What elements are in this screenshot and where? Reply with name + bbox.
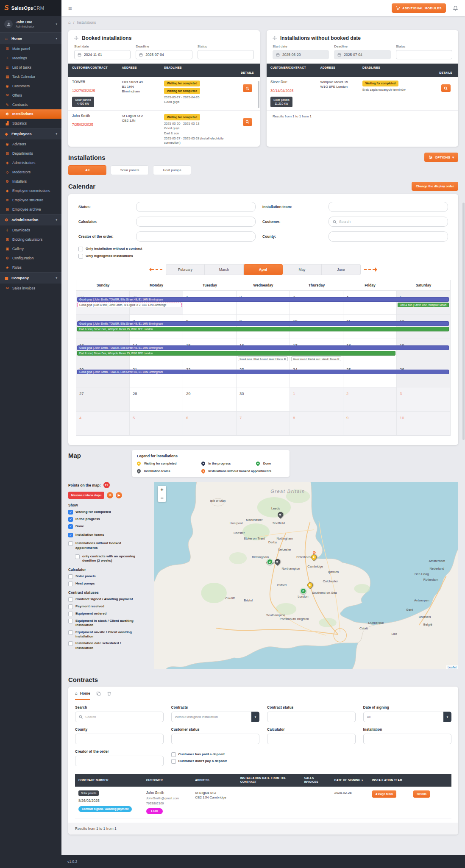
- breadcrumb-home-icon[interactable]: ⌂: [68, 20, 71, 25]
- month-tab-february[interactable]: February: [166, 264, 205, 275]
- calendar-day-cell[interactable]: 24: [290, 363, 343, 387]
- only-installation-without-a-contract-checkbox[interactable]: Only installation without a contract: [78, 247, 451, 251]
- sidebar-section-company[interactable]: ▦Company▾: [0, 272, 61, 284]
- checkbox-box[interactable]: ✓: [68, 517, 73, 522]
- calculator-filter-input[interactable]: [136, 217, 256, 227]
- calendar-day-cell[interactable]: 4: [76, 412, 130, 435]
- date-of-signing-select[interactable]: All ▼: [363, 712, 452, 722]
- calculator-input[interactable]: [140, 220, 251, 224]
- sidebar-item-installers[interactable]: ⚙Installers: [0, 177, 61, 186]
- brand[interactable]: S SalesOpsCRM: [0, 0, 61, 16]
- bulk-stage-change-button[interactable]: Masowa zmiana etapu: [68, 492, 104, 499]
- customer-status-select[interactable]: [171, 734, 260, 744]
- county-input[interactable]: [333, 234, 444, 239]
- deadline-input[interactable]: 2025-07-04: [334, 50, 390, 59]
- done-cluster-pin[interactable]: 2: [300, 588, 306, 594]
- column-header[interactable]: SALES INVOICES: [301, 774, 331, 787]
- calendar-day-cell[interactable]: 1: [290, 387, 343, 411]
- contract-status-filter-checkbox[interactable]: Equipment on-site / Client awaiting inst…: [68, 630, 147, 639]
- sidebar-item-configuration[interactable]: ⚙Configuration: [0, 253, 61, 263]
- checkbox-box[interactable]: [68, 619, 73, 623]
- deadline-input[interactable]: 2025-07-04: [136, 50, 192, 59]
- sidebar-item-advisors[interactable]: ◉Advisors: [0, 139, 61, 149]
- assign-team-button[interactable]: Assign team: [372, 790, 397, 798]
- sidebar-item-employee-commissions[interactable]: ◆Employee commissions: [0, 186, 61, 195]
- checkbox-box[interactable]: [171, 759, 176, 764]
- calendar-day-cell[interactable]: 19: [397, 339, 450, 363]
- calendar-event[interactable]: Dad & son | Steve Doe, Wimpole Mews 15, …: [77, 351, 395, 356]
- column-header[interactable]: ADDRESS: [317, 64, 359, 77]
- sidebar-item-sales-invoices[interactable]: ✉Sales invoices: [0, 284, 61, 293]
- calendar-event[interactable]: Good guys | Dad & son | John Smith, St E…: [77, 303, 182, 307]
- calendar-event-chip[interactable]: Good guys | Dad & son | dasd | Steve D: [291, 356, 341, 361]
- deadline-filter-checkbox[interactable]: only contracts with an upcoming deadline…: [75, 554, 147, 563]
- calendar-day-cell[interactable]: 22: [183, 363, 237, 387]
- sidebar-item-employee-archive[interactable]: ⊟Employee archive: [0, 205, 61, 214]
- sidebar-item-installations[interactable]: ⚙Installations: [0, 109, 61, 119]
- month-tab-april[interactable]: April: [244, 264, 283, 275]
- calendar-day-cell[interactable]: 23: [237, 363, 290, 387]
- status-select[interactable]: [198, 50, 254, 59]
- contracts-search-input[interactable]: [75, 712, 164, 722]
- change-display-order-button[interactable]: Change the display order: [412, 182, 458, 191]
- calendar-day-cell[interactable]: 27: [76, 387, 130, 411]
- user-menu[interactable]: John Doe Administrator ▾: [0, 16, 61, 33]
- checkbox-box[interactable]: ✓: [68, 510, 73, 515]
- calendar-event[interactable]: Good guys | John Smith, TOWER, Ellis Str…: [77, 321, 449, 326]
- sidebar-item-moderators[interactable]: ◇Moderators: [0, 167, 61, 177]
- installations-filter-tab-all[interactable]: All: [68, 165, 106, 175]
- calendar-day-cell[interactable]: 2: [237, 291, 290, 314]
- sidebar-item-list-of-tasks[interactable]: ≣List of tasks: [0, 63, 61, 72]
- column-header[interactable]: DEADLINES: [160, 64, 235, 77]
- status-filter-input[interactable]: [136, 202, 256, 212]
- checkbox-box[interactable]: [171, 752, 176, 757]
- calendar-day-cell[interactable]: 7: [237, 412, 290, 435]
- sidebar-item-gallery[interactable]: ▣Gallery: [0, 244, 61, 253]
- installation-team-input[interactable]: [333, 205, 444, 209]
- sidebar-item-customers[interactable]: ◉Customers: [0, 81, 61, 91]
- contract-status-filter-checkbox[interactable]: Equipment ordered: [68, 612, 147, 616]
- checkbox-box[interactable]: [75, 554, 80, 559]
- sidebar-item-roles[interactable]: ◈Roles: [0, 263, 61, 272]
- checkbox-box[interactable]: [78, 247, 83, 251]
- calendar-day-cell[interactable]: 21: [130, 363, 183, 387]
- trash-icon[interactable]: [107, 691, 111, 700]
- search-input[interactable]: [85, 715, 160, 719]
- contract-status-filter-checkbox[interactable]: Equipment in stock / Client awaiting ins…: [68, 619, 147, 628]
- column-header[interactable]: CONTRACT NUMBER: [75, 774, 143, 787]
- show-filter-checkbox[interactable]: ✓In the progress: [68, 517, 147, 522]
- customer-input[interactable]: [339, 220, 444, 224]
- calculator-filter-checkbox[interactable]: Heat pumps: [68, 581, 147, 586]
- details-button[interactable]: Details: [413, 790, 430, 798]
- calendar-day-cell[interactable]: 20: [76, 363, 130, 387]
- only-highlighted-installations-checkbox[interactable]: Only highlighted installations: [78, 254, 451, 259]
- apply-points-button[interactable]: ▶: [116, 492, 122, 498]
- column-header-date-of-signing[interactable]: DATE OF SIGNING▾: [331, 774, 369, 787]
- column-header[interactable]: CUSTOMER/CONTRACT: [267, 64, 317, 77]
- calendar-day-cell[interactable]: 1: [183, 291, 237, 314]
- installation-team-filter-input[interactable]: [329, 202, 448, 212]
- show-filter-checkbox[interactable]: ✓Done: [68, 524, 147, 529]
- start-date-input[interactable]: 2024-11-01: [74, 50, 131, 59]
- calendar-event[interactable]: Good guys | John Smith, TOWER, Ellis Str…: [77, 297, 449, 302]
- column-header[interactable]: DEADLINES: [359, 64, 433, 77]
- installations-filter-tab-solar-panels[interactable]: Solar panels: [111, 165, 149, 175]
- customer-search-input[interactable]: [329, 217, 448, 227]
- map-attribution-link[interactable]: Leaflet: [446, 665, 458, 669]
- sidebar-item-administrators[interactable]: ◈Administrators: [0, 158, 61, 167]
- unbooked-filter-checkbox[interactable]: Installations without booked appointment…: [68, 541, 147, 550]
- column-header[interactable]: ADDRESS: [192, 774, 237, 787]
- sidebar-item-meetings[interactable]: ◔Meetings: [0, 53, 61, 63]
- start-date-input[interactable]: 2025-06-20: [273, 50, 329, 59]
- breadcrumb-current[interactable]: Installations: [77, 20, 96, 25]
- creator-select[interactable]: [75, 756, 164, 766]
- sidebar-item-employee-structure[interactable]: ≋Employee structure: [0, 195, 61, 205]
- panel-drag-icon[interactable]: [273, 36, 277, 40]
- tab-home[interactable]: ⌂ Home: [75, 691, 90, 700]
- deposit-paid-checkbox[interactable]: Customer has paid a deposit: [171, 752, 356, 757]
- page-scrollbar[interactable]: [462, 203, 465, 440]
- contract-status-filter-checkbox[interactable]: Payment received: [68, 604, 147, 609]
- calendar-day-cell[interactable]: 5: [130, 412, 183, 435]
- calendar-day-cell[interactable]: 10: [397, 412, 450, 435]
- calendar-event-chip[interactable]: Good guys | Dad & son | dasd | Steve D: [238, 356, 288, 361]
